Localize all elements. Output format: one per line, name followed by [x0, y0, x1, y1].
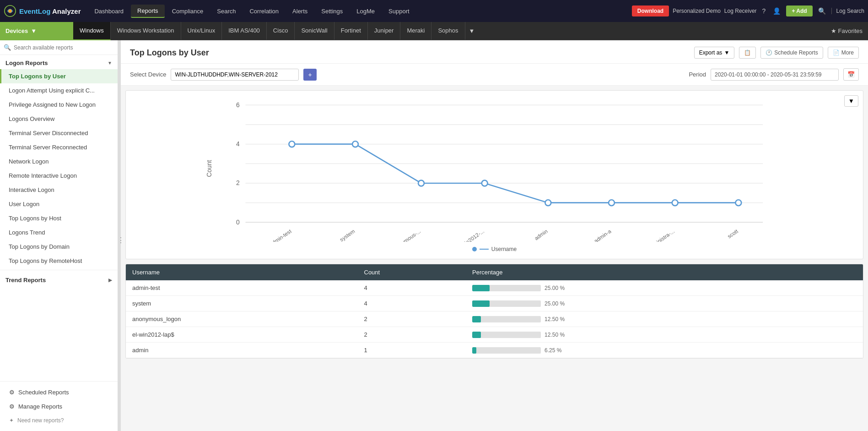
nav-dashboard[interactable]: Dashboard [88, 5, 130, 18]
sidebar-item-user-logon[interactable]: User Logon [0, 197, 118, 211]
header-actions: Export as ▼ 📋 🕐 Schedule Reports 📄 More [694, 47, 859, 59]
svg-text:administra-...: administra-... [647, 228, 675, 242]
export-icon-button[interactable]: 📋 [739, 47, 756, 59]
table-row: el-win2012-lap$ 2 12.50 % [126, 327, 863, 343]
scheduled-reports-button[interactable]: ⚙ Scheduled Reports [4, 385, 114, 399]
export-as-button[interactable]: Export as ▼ [694, 47, 735, 59]
tabs-more-icon[interactable]: ▼ [465, 22, 479, 40]
chart-point-7 [735, 200, 741, 206]
tab-windows[interactable]: Windows [73, 22, 111, 40]
content-header: Top Logons by User Export as ▼ 📋 🕐 Sched… [121, 40, 868, 64]
bar-fill [472, 347, 476, 354]
download-button[interactable]: Download [632, 5, 669, 16]
sidebar-item-terminal-reconnected[interactable]: Terminal Server Reconnected [0, 140, 118, 154]
logon-reports-label: Logon Reports [5, 60, 48, 66]
trend-reports-collapse-icon[interactable]: ▶ [108, 278, 112, 283]
schedule-reports-button[interactable]: 🕐 Schedule Reports [760, 47, 823, 59]
bar-fill [472, 316, 481, 322]
search-input[interactable] [14, 44, 114, 51]
sidebar-item-top-logons-host[interactable]: Top Logons by Host [0, 211, 118, 225]
tab-cisco[interactable]: Cisco [267, 22, 295, 40]
bar-background [472, 332, 541, 338]
svg-text:0: 0 [236, 218, 240, 226]
search-icon[interactable]: 🔍 [816, 5, 828, 16]
main-layout: 🔍 Logon Reports ▼ Top Logons by User Log… [0, 40, 868, 431]
table-header-row: Username Count Percentage [126, 264, 863, 280]
device-input[interactable] [171, 69, 299, 81]
sidebar-item-terminal-disconnected[interactable]: Terminal Server Disconnected [0, 126, 118, 140]
sidebar-item-logon-attempt[interactable]: Logon Attempt Using explicit C... [0, 83, 118, 98]
line-chart: 6 4 2 0 Count [130, 95, 858, 242]
sidebar-item-top-logons-user[interactable]: Top Logons by User [0, 69, 118, 83]
add-button[interactable]: + Add [786, 5, 812, 16]
need-reports-section[interactable]: ✦ Need new reports? [4, 414, 114, 427]
nav-settings[interactable]: Settings [315, 5, 349, 18]
cell-username: anonymous_logon [126, 311, 358, 327]
nav-search[interactable]: Search [210, 5, 242, 18]
chart-type-dropdown[interactable]: ▼ [844, 95, 858, 107]
tab-ibm-as400[interactable]: IBM AS/400 [222, 22, 267, 40]
chart-point-3 [482, 180, 488, 186]
tab-windows-workstation[interactable]: Windows Workstation [111, 22, 181, 40]
bar-background [472, 300, 541, 307]
tab-juniper[interactable]: Juniper [368, 22, 401, 40]
nav-correlation[interactable]: Correlation [243, 5, 285, 18]
svg-text:el-win2012-...: el-win2012-... [455, 228, 485, 242]
cell-username: system [126, 296, 358, 311]
percentage-text: 12.50 % [545, 332, 565, 338]
favorites-button[interactable]: ★ Favorites [825, 22, 868, 40]
percentage-text: 25.00 % [545, 300, 565, 307]
device-selector-row: Select Device + Period 📅 [121, 64, 868, 86]
sidebar-item-network-logon[interactable]: Network Logon [0, 154, 118, 169]
sidebar-divider [0, 270, 118, 270]
resize-handle[interactable] [118, 40, 121, 431]
user-icon[interactable]: 👤 [771, 5, 782, 16]
log-search-button[interactable]: Log Search [831, 8, 864, 14]
sidebar-item-remote-interactive[interactable]: Remote Interactive Logon [0, 169, 118, 183]
help-icon[interactable]: ? [760, 5, 768, 16]
devices-button[interactable]: Devices ▼ [0, 22, 73, 40]
period-input[interactable] [711, 69, 839, 81]
logon-reports-collapse-icon[interactable]: ▼ [108, 60, 112, 65]
scheduled-reports-label: Scheduled Reports [18, 389, 69, 396]
sidebar-item-privilege-new-logon[interactable]: Privilege Assigned to New Logon [0, 98, 118, 112]
logon-reports-section: Logon Reports ▼ [0, 55, 118, 69]
nav-reports[interactable]: Reports [131, 5, 165, 18]
personalized-demo-button[interactable]: Personalized Demo [673, 8, 721, 14]
log-receiver-button[interactable]: Log Receiver [724, 8, 757, 14]
schedule-icon: 🕐 [766, 49, 772, 56]
devices-chevron-icon: ▼ [31, 27, 37, 34]
tab-meraki[interactable]: Meraki [400, 22, 431, 40]
sidebar-item-logons-trend[interactable]: Logons Trend [0, 225, 118, 240]
sidebar-item-top-logons-remotehost[interactable]: Top Logons by RemoteHost [0, 254, 118, 268]
nav-support[interactable]: Support [382, 5, 416, 18]
sidebar-item-interactive-logon[interactable]: Interactive Logon [0, 183, 118, 197]
device-add-button[interactable]: + [303, 69, 316, 81]
bar-background [472, 316, 541, 322]
device-tabs: Windows Windows Workstation Unix/Linux I… [73, 22, 478, 40]
cell-percentage: 25.00 % [466, 280, 863, 296]
nav-alerts[interactable]: Alerts [286, 5, 314, 18]
sidebar-footer: ⚙ Scheduled Reports ⚙ Manage Reports ✦ N… [0, 381, 118, 431]
nav-logme[interactable]: LogMe [350, 5, 381, 18]
legend-dot [472, 247, 477, 251]
more-button[interactable]: 📄 More [828, 47, 859, 59]
col-username: Username [126, 264, 358, 280]
device-label: Select Device [130, 71, 166, 78]
calendar-button[interactable]: 📅 [843, 68, 859, 81]
tab-fortinet[interactable]: Fortinet [334, 22, 368, 40]
cell-username: admin [126, 343, 358, 358]
col-count: Count [358, 264, 466, 280]
cell-username: admin-test [126, 280, 358, 296]
cell-count: 4 [358, 296, 466, 311]
tab-unix-linux[interactable]: Unix/Linux [181, 22, 222, 40]
svg-text:admin-a: admin-a [593, 228, 613, 242]
trend-reports-section: Trend Reports ▶ [0, 272, 118, 286]
tab-sonicwall[interactable]: SonicWall [295, 22, 334, 40]
sidebar-item-top-logons-domain[interactable]: Top Logons by Domain [0, 240, 118, 254]
nav-compliance[interactable]: Compliance [166, 5, 210, 18]
manage-reports-button[interactable]: ⚙ Manage Reports [4, 399, 114, 414]
app-logo[interactable]: EventLog Analyzer [4, 5, 81, 17]
tab-sophos[interactable]: Sophos [431, 22, 465, 40]
sidebar-item-logons-overview[interactable]: Logons Overview [0, 112, 118, 126]
